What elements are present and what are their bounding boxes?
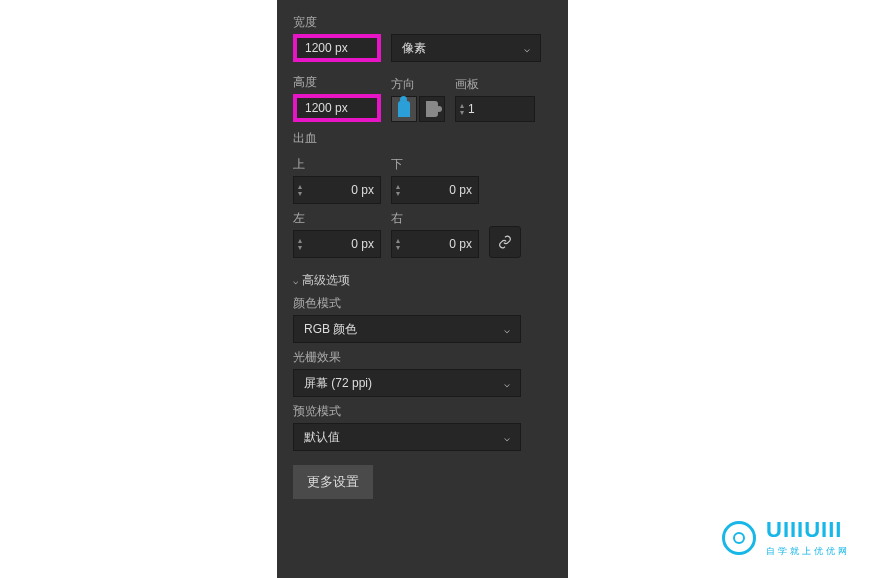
color-mode-label: 颜色模式 [293, 295, 552, 312]
units-value: 像素 [402, 40, 426, 57]
color-mode-dropdown[interactable]: RGB 颜色 ⌵ [293, 315, 521, 343]
chevron-down-icon: ⌵ [524, 43, 530, 54]
bleed-left-value: 0 px [351, 237, 374, 251]
width-value: 1200 px [305, 41, 348, 55]
raster-effects-value: 屏幕 (72 ppi) [304, 375, 372, 392]
link-icon [498, 235, 512, 249]
height-value: 1200 px [305, 101, 348, 115]
artboard-label: 画板 [455, 76, 535, 93]
chevron-down-icon: ⌵ [504, 432, 510, 443]
raster-effects-label: 光栅效果 [293, 349, 552, 366]
bleed-bottom-label: 下 [391, 156, 479, 173]
raster-effects-dropdown[interactable]: 屏幕 (72 ppi) ⌵ [293, 369, 521, 397]
bleed-left-input[interactable]: ▴▾ 0 px [293, 230, 381, 258]
bleed-right-label: 右 [391, 210, 479, 227]
new-document-panel: 宽度 1200 px 像素 ⌵ 高度 1200 px 方向 画板 ▴▾ [277, 0, 568, 578]
advanced-options-toggle[interactable]: ⌵ 高级选项 [293, 272, 552, 289]
bleed-right-value: 0 px [449, 237, 472, 251]
height-label: 高度 [293, 74, 381, 91]
preview-mode-dropdown[interactable]: 默认值 ⌵ [293, 423, 521, 451]
bleed-left-stepper[interactable]: ▴▾ [298, 237, 302, 251]
width-label: 宽度 [293, 14, 552, 31]
preview-mode-label: 预览模式 [293, 403, 552, 420]
orientation-label: 方向 [391, 76, 445, 93]
bleed-top-stepper[interactable]: ▴▾ [298, 183, 302, 197]
bleed-bottom-value: 0 px [449, 183, 472, 197]
artboard-count-value: 1 [468, 102, 475, 116]
link-bleed-button[interactable] [489, 226, 521, 258]
advanced-options-label: 高级选项 [302, 272, 350, 289]
bleed-top-value: 0 px [351, 183, 374, 197]
height-input[interactable]: 1200 px [293, 94, 381, 122]
orientation-landscape-button[interactable] [419, 96, 445, 122]
bleed-top-label: 上 [293, 156, 381, 173]
chevron-down-icon: ⌵ [504, 324, 510, 335]
artboard-stepper[interactable]: ▴▾ [460, 102, 464, 116]
lightbulb-icon [722, 521, 756, 555]
chevron-down-icon: ⌵ [293, 276, 298, 286]
units-dropdown[interactable]: 像素 ⌵ [391, 34, 541, 62]
chevron-down-icon: ⌵ [504, 378, 510, 389]
watermark-subtitle: 自学就上优优网 [766, 545, 850, 558]
more-settings-button[interactable]: 更多设置 [293, 465, 373, 499]
bleed-right-input[interactable]: ▴▾ 0 px [391, 230, 479, 258]
preview-mode-value: 默认值 [304, 429, 340, 446]
watermark: UIIIUIII 自学就上优优网 [722, 517, 850, 558]
watermark-text: UIIIUIII [766, 517, 850, 543]
bleed-left-label: 左 [293, 210, 381, 227]
width-input[interactable]: 1200 px [293, 34, 381, 62]
bleed-right-stepper[interactable]: ▴▾ [396, 237, 400, 251]
orientation-portrait-button[interactable] [391, 96, 417, 122]
bleed-bottom-input[interactable]: ▴▾ 0 px [391, 176, 479, 204]
bleed-bottom-stepper[interactable]: ▴▾ [396, 183, 400, 197]
bleed-label: 出血 [293, 130, 552, 147]
color-mode-value: RGB 颜色 [304, 321, 357, 338]
bleed-top-input[interactable]: ▴▾ 0 px [293, 176, 381, 204]
artboard-count-input[interactable]: ▴▾ 1 [455, 96, 535, 122]
